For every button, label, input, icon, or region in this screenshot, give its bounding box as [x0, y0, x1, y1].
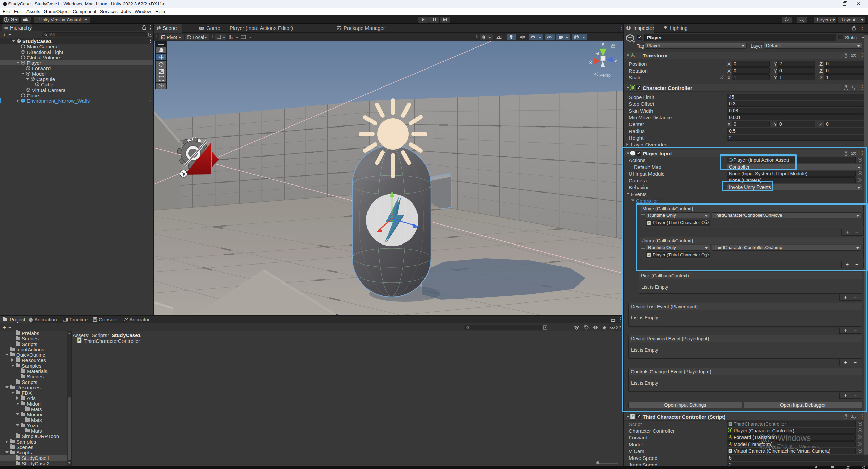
svg-text:Persp: Persp — [599, 73, 611, 78]
svg-text:y: y — [602, 41, 604, 46]
svg-text:#: # — [729, 422, 731, 426]
svg-text:z: z — [615, 58, 617, 63]
svg-text:x: x — [589, 60, 592, 65]
svg-text:#: # — [78, 338, 80, 342]
svg-text:#: # — [648, 221, 650, 225]
svg-text:#: # — [729, 449, 731, 453]
svg-text:#: # — [648, 254, 650, 257]
svg-text:5: 5 — [231, 37, 233, 39]
svg-text:#: # — [631, 415, 634, 419]
